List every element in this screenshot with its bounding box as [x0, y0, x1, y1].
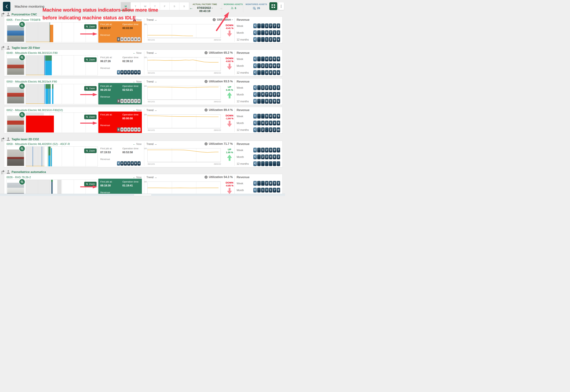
utilization: i Utilization 71.7 % [205, 142, 233, 146]
trend-direction-arrow-icon [222, 64, 237, 70]
now-marker[interactable]: ← Now [133, 80, 142, 83]
zoom-button[interactable]: Zoom [84, 24, 97, 29]
counter-digit-box [261, 114, 265, 118]
trend-link[interactable]: Trend → [146, 80, 157, 83]
counter-digit-box: 3 [273, 181, 276, 186]
trend-direction-percent: 0.45 % [222, 89, 237, 91]
machine-photo[interactable] [6, 112, 25, 133]
counter-digit-box: 0 [277, 63, 280, 68]
now-marker[interactable]: ← Now [133, 142, 142, 146]
revenue-year-label: 12 months [237, 38, 249, 41]
trend-direction-word: DOWN [222, 114, 237, 117]
trend-chart [147, 86, 221, 100]
info-icon[interactable]: i [205, 176, 208, 179]
trend-direction: DOWN -0.85 % [222, 181, 237, 194]
timeline[interactable]: Zoom [26, 55, 98, 75]
revenue-year-counter: €- [253, 161, 280, 166]
counter-digit-box: 1 [269, 85, 272, 90]
photo-zoom-icon[interactable] [19, 55, 25, 61]
trend-link[interactable]: Trend → [146, 109, 157, 112]
timeline-baseline [26, 103, 44, 104]
page-title: Machine monitoring [15, 4, 44, 8]
day-tab-5[interactable]: S [169, 2, 179, 10]
chart-end-date: 28/02/22 [210, 39, 221, 41]
counter-digit-box [257, 56, 261, 61]
photo-zoom-icon[interactable] [19, 146, 25, 152]
back-button[interactable] [3, 2, 10, 11]
photo-zoom-icon[interactable] [19, 179, 25, 185]
day-tab-6[interactable]: S [179, 2, 189, 10]
euro-symbol-box: € [253, 56, 257, 61]
more-options-button[interactable]: ⋮ [278, 2, 284, 10]
machine-photo[interactable] [6, 179, 25, 196]
trend-link[interactable]: Trend → [146, 51, 157, 55]
revenue-day-counter: €000270 [117, 99, 141, 103]
chart-ymax-label: 100 [141, 148, 147, 150]
euro-symbol-box: € [117, 127, 120, 132]
day-tab-4[interactable]: F [160, 2, 170, 10]
revenue-month-label: Month [237, 65, 244, 68]
zoom-button[interactable]: Zoom [84, 86, 97, 91]
revenue-month-counter: €5712 [253, 30, 280, 35]
machine-photo[interactable] [6, 55, 25, 75]
machine-photo[interactable] [6, 84, 25, 104]
now-marker[interactable]: ← Now [133, 176, 142, 179]
trend-chart [147, 24, 221, 38]
operation-time-label: Operation time: [122, 113, 139, 116]
counter-digit-box: 4 [137, 37, 141, 41]
machine-title: 0059 - Mitsubishi Electric ML4020RX (S2)… [6, 142, 70, 146]
zoom-button[interactable]: Zoom [84, 149, 97, 153]
trend-link[interactable]: Trend → [146, 176, 157, 179]
euro-symbol-box: € [253, 70, 257, 75]
revenue-week-row: Week €4359 [237, 56, 280, 62]
status-panel: First job at: Operation time: 06:27:26 0… [98, 54, 142, 76]
trend-link[interactable]: Trend → [146, 18, 157, 22]
zoom-button[interactable]: Zoom [84, 115, 97, 119]
info-icon[interactable]: i [205, 80, 208, 83]
trend-link[interactable]: Trend → [146, 142, 157, 146]
scrollbar-thumb[interactable] [134, 194, 152, 196]
trend-label: Trend [146, 18, 153, 21]
trend-direction-arrow-icon [222, 30, 237, 37]
trend-chart [147, 57, 221, 71]
machine-photo[interactable] [6, 22, 25, 42]
euro-symbol-box: € [253, 37, 257, 42]
photo-zoom-icon[interactable] [19, 112, 25, 118]
info-icon[interactable]: i [213, 18, 216, 21]
info-icon[interactable]: i [205, 142, 208, 145]
revenue-week-row: Week €12397 [237, 148, 280, 153]
counter-digit-box [257, 37, 261, 42]
counter-digit-box: 0 [127, 70, 130, 74]
fullscreen-button[interactable] [270, 2, 277, 10]
machine-card: 0005 - Finn-Power TRS6FB ← Now Z [4, 16, 283, 43]
trend-arrow-icon: → [154, 142, 157, 146]
timeline[interactable]: Zoom [26, 146, 98, 167]
revenue-year-counter: €468k [253, 70, 280, 75]
machine-photo[interactable] [6, 146, 25, 167]
machine-photo-image [7, 116, 24, 132]
info-icon[interactable]: i [205, 109, 208, 112]
counter-digit-box: 2 [277, 30, 280, 35]
now-marker[interactable]: ← Now [133, 51, 142, 55]
euro-symbol-box: € [117, 37, 120, 41]
status-panel: First job at: Operation time: 07:19:53 0… [98, 145, 142, 167]
group-branch-arrow-icon [1, 45, 5, 50]
photo-zoom-icon[interactable] [19, 21, 25, 28]
now-arrow-icon: ← [133, 109, 136, 112]
zoom-button-label: Zoom [89, 25, 95, 28]
operation-time-value: 02:53:21 [122, 88, 133, 91]
counter-digit-box: 7 [273, 24, 276, 28]
counter-digit-box: 3 [277, 85, 280, 90]
first-job-value: 06:20:32 [100, 88, 111, 91]
chart-end-date: 28/02/22 [210, 163, 221, 165]
factory-time-label: ACTUAL FACTORY TIME [192, 3, 218, 5]
next-day-button[interactable]: → [218, 5, 224, 10]
info-icon[interactable]: i [205, 51, 208, 54]
counter-digit-box: 0 [124, 37, 127, 41]
now-marker[interactable]: ← Now [133, 109, 142, 112]
counter-digit-box: 0 [127, 161, 130, 166]
zoom-button[interactable]: Zoom [84, 57, 97, 62]
photo-zoom-icon[interactable] [19, 83, 25, 89]
factory-time-value: 07/03/2022 - 09:43:19 [192, 6, 218, 13]
counter-digit-box: 1 [269, 188, 272, 192]
